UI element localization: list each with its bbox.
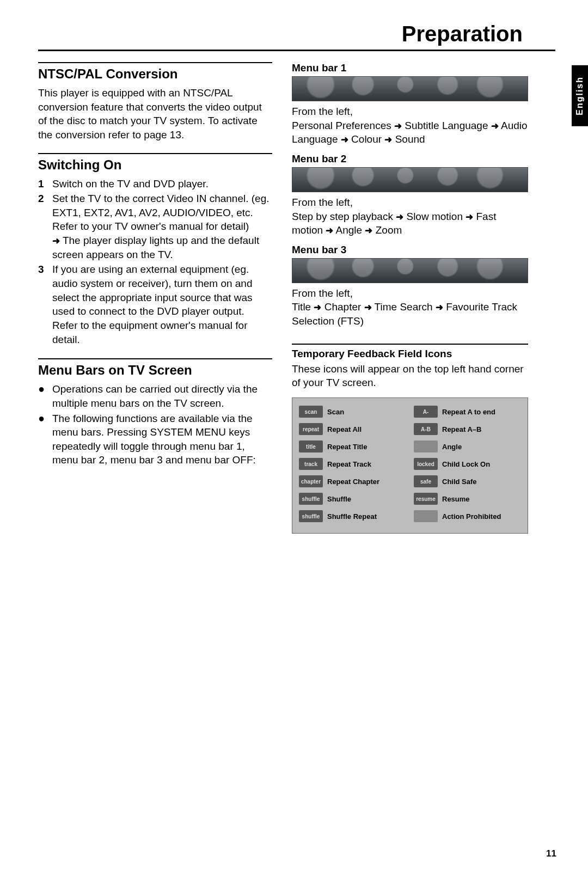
title-rule <box>38 50 555 51</box>
menu-bars-bullets: ● Operations can be carried out directly… <box>38 382 272 467</box>
seq-item: Subtitle Language <box>405 120 488 131</box>
icon-cell: titleRepeat Title <box>299 440 406 452</box>
icon-cell: lockedChild Lock On <box>414 458 521 470</box>
feedback-icon: locked <box>414 458 438 470</box>
seq-item: Sound <box>395 133 425 145</box>
icon-cell: safeChild Safe <box>414 475 521 487</box>
icon-cell: shuffleShuffle Repeat <box>299 510 406 522</box>
icon-row: shuffleShuffle RepeatAction Prohibited <box>299 510 521 522</box>
feedback-icon: shuffle <box>299 510 323 522</box>
arrow-icon: ➜ <box>396 211 403 222</box>
icon-cell: repeatRepeat All <box>299 423 406 435</box>
icon-cell: trackRepeat Track <box>299 458 406 470</box>
bullet-text: The following functions are available vi… <box>52 412 272 468</box>
icon-cell: scanScan <box>299 406 406 418</box>
seq-item: Step by step playback <box>292 211 393 222</box>
page-number: 11 <box>546 848 556 859</box>
lead-text: From the left, <box>292 106 353 117</box>
menubar-1-sequence: From the left, Personal Preferences ➜ Su… <box>292 105 528 146</box>
feedback-icon: repeat <box>299 423 323 435</box>
section-rule <box>38 153 272 154</box>
step-number: 1 <box>38 177 52 191</box>
icon-cell: A-Repeat A to end <box>414 406 521 418</box>
step-text: If you are using an external equipment (… <box>52 262 272 346</box>
body-ntsc-pal: This player is equipped with an NTSC/PAL… <box>38 86 272 142</box>
icon-cell: shuffleShuffle <box>299 493 406 505</box>
icon-cell: Action Prohibited <box>414 510 521 522</box>
icon-label: Repeat Title <box>327 443 367 451</box>
bullet-icon: ● <box>38 412 52 468</box>
icon-label: Action Prohibited <box>442 512 501 521</box>
icon-label: Repeat All <box>327 425 362 433</box>
feedback-icon: scan <box>299 406 323 418</box>
feedback-icon: safe <box>414 475 438 487</box>
icon-row: chapterRepeat ChaptersafeChild Safe <box>299 475 521 487</box>
arrow-icon: ➜ <box>364 302 372 313</box>
feedback-icon: chapter <box>299 475 323 487</box>
icon-label: Repeat A to end <box>442 408 495 416</box>
step-text-a: Set the TV to the correct Video IN chann… <box>52 193 270 232</box>
seq-item: Slow motion <box>406 211 463 222</box>
lead-text: From the left, <box>292 287 353 299</box>
arrow-icon: ➜ <box>436 302 443 313</box>
bullet-icon: ● <box>38 382 52 410</box>
feedback-icon <box>414 510 438 522</box>
switching-on-list: 1 Switch on the TV and DVD player. 2 Set… <box>38 177 272 347</box>
arrow-icon: ➜ <box>394 120 402 131</box>
section-rule <box>292 344 528 345</box>
icon-row: trackRepeat TracklockedChild Lock On <box>299 458 521 470</box>
feedback-icon: A- <box>414 406 438 418</box>
icon-row: scanScanA-Repeat A to end <box>299 406 521 418</box>
heading-menubar-3: Menu bar 3 <box>292 244 528 256</box>
seq-item: Colour <box>351 133 382 145</box>
lead-text: From the left, <box>292 197 353 208</box>
menubar-3-image <box>292 258 528 283</box>
icon-label: Repeat Track <box>327 460 371 468</box>
feedback-icon: title <box>299 440 323 452</box>
step-text-b: The player display lights up and the def… <box>52 235 259 260</box>
heading-menubar-2: Menu bar 2 <box>292 153 528 165</box>
language-tab: English <box>572 65 588 126</box>
icon-label: Resume <box>442 495 470 503</box>
step-text: Switch on the TV and DVD player. <box>52 177 272 191</box>
feedback-icon-table: scanScanA-Repeat A to endrepeatRepeat Al… <box>292 397 528 534</box>
icon-cell: chapterRepeat Chapter <box>299 475 406 487</box>
arrow-icon: ➜ <box>314 302 321 313</box>
arrow-icon: ➜ <box>365 225 372 236</box>
icon-row: repeatRepeat AllA-BRepeat A–B <box>299 423 521 435</box>
icon-label: Child Lock On <box>442 460 490 468</box>
heading-feedback-icons: Temporary Feedback Field Icons <box>292 348 528 360</box>
arrow-icon: ➜ <box>341 134 348 145</box>
feedback-icon: A-B <box>414 423 438 435</box>
feedback-icon: resume <box>414 493 438 505</box>
menubar-2-image <box>292 167 528 192</box>
arrow-icon: ➜ <box>384 134 392 145</box>
feedback-body: These icons will appear on the top left … <box>292 362 528 390</box>
feedback-icon: shuffle <box>299 493 323 505</box>
step-text: Set the TV to the correct Video IN chann… <box>52 192 272 261</box>
icon-cell: A-BRepeat A–B <box>414 423 521 435</box>
icon-label: Scan <box>327 408 344 416</box>
icon-label: Repeat A–B <box>442 425 481 433</box>
menubar-2-sequence: From the left, Step by step playback ➜ S… <box>292 195 528 237</box>
icon-label: Shuffle Repeat <box>327 512 377 521</box>
arrow-icon: ➜ <box>491 120 499 131</box>
seq-item: Zoom <box>376 224 402 236</box>
section-rule <box>38 358 272 359</box>
seq-item: Angle <box>336 224 363 236</box>
seq-item: Chapter <box>324 301 362 313</box>
heading-menubar-1: Menu bar 1 <box>292 62 528 74</box>
arrow-icon: ➜ <box>52 236 60 246</box>
page-title: Preparation <box>38 22 555 46</box>
menubar-3-sequence: From the left, Title ➜ Chapter ➜ Time Se… <box>292 286 528 328</box>
icon-label: Angle <box>442 443 462 451</box>
icon-cell: resumeResume <box>414 493 521 505</box>
seq-item: Personal Preferences <box>292 120 391 131</box>
icon-row: shuffleShuffleresumeResume <box>299 493 521 505</box>
seq-item: Time Search <box>375 301 433 313</box>
menubar-1-image <box>292 76 528 101</box>
arrow-icon: ➜ <box>326 225 333 236</box>
heading-switching-on: Switching On <box>38 157 272 173</box>
arrow-icon: ➜ <box>465 211 473 222</box>
feedback-icon <box>414 440 438 452</box>
